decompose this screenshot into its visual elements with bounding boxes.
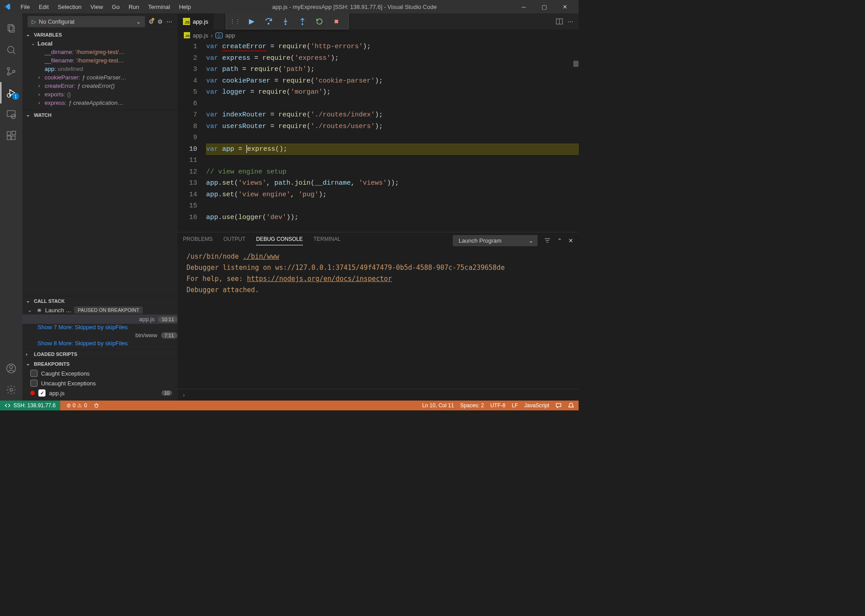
code-line[interactable]: // view engine setup [206,166,579,178]
panel-tab-debug-console[interactable]: DEBUG CONSOLE [256,236,303,245]
panel-tab-output[interactable]: OUTPUT [223,236,245,245]
variable-row[interactable]: app: undefined [22,65,178,73]
variable-row[interactable]: ›exports: {} [22,90,178,99]
more-actions-icon[interactable]: ⋯ [567,18,573,25]
continue-button[interactable]: ▶ [243,15,260,28]
source-control-icon[interactable] [0,61,22,82]
stop-button[interactable]: ■ [328,15,345,28]
maximize-panel-icon[interactable]: ⌃ [557,237,562,244]
callstack-skipped[interactable]: Show 7 More: Skipped by skipFiles [22,324,178,331]
line-number[interactable]: ▷10 [178,144,197,155]
line-number[interactable]: 2 [178,53,197,64]
variable-row[interactable]: ›cookieParser: ƒ cookieParser… [22,73,178,82]
callstack-thread[interactable]: ⌄ ⛯ Launch … Paused on breakpoint [22,306,178,314]
status-cursor-position[interactable]: Ln 10, Col 11 [422,402,454,409]
extensions-icon[interactable] [0,125,22,146]
code-line[interactable]: var path = require('path'); [206,64,579,75]
step-over-button[interactable] [260,15,277,28]
menu-terminal[interactable]: Terminal [144,1,174,13]
close-panel-icon[interactable]: ✕ [568,237,573,244]
menu-run[interactable]: Run [124,1,144,13]
status-debug-indicator[interactable] [93,402,99,409]
watch-section-header[interactable]: ⌄ Watch [22,110,178,120]
panel-tab-problems[interactable]: PROBLEMS [183,236,213,245]
search-icon[interactable] [0,39,22,61]
debug-console-output[interactable]: /usr/bin/node ./bin/wwwDebugger listenin… [178,248,579,389]
status-indentation[interactable]: Spaces: 2 [460,402,484,409]
accounts-icon[interactable] [0,358,22,379]
line-number[interactable]: 5 [178,87,197,98]
debug-console-input-chevron[interactable]: › [178,389,579,401]
step-out-button[interactable] [294,15,311,28]
status-encoding[interactable]: UTF-8 [490,402,505,409]
split-editor-icon[interactable] [556,18,563,25]
gear-icon[interactable]: ⚙ [149,18,154,25]
code-line[interactable]: var usersRouter = require('./routes/user… [206,121,579,132]
code-line[interactable] [206,98,579,110]
callstack-skipped[interactable]: Show 8 More: Skipped by skipFiles [22,340,178,347]
editor-breadcrumb[interactable]: JS app.js › ◇ app [178,29,579,41]
line-number[interactable]: 6 [178,98,197,110]
debug-session-dropdown[interactable]: Launch Program [453,235,538,246]
variable-row[interactable]: __filename: '/home/greg-test… [22,56,178,65]
maximize-button[interactable]: ▢ [534,0,555,13]
line-number[interactable]: 12 [178,166,197,178]
code-line[interactable] [206,155,579,166]
line-number[interactable]: 3 [178,64,197,75]
code-line[interactable] [206,132,579,144]
code-line[interactable]: var logger = require('morgan'); [206,87,579,98]
breakpoint-file[interactable]: ✓ app.js 10 [22,388,178,398]
code-line[interactable]: var createError = require('http-errors')… [206,41,579,53]
variable-row[interactable]: __dirname: '/home/greg-test/… [22,48,178,56]
code-line[interactable]: var cookieParser = require('cookie-parse… [206,75,579,87]
line-number[interactable]: 8 [178,121,197,132]
panel-tab-terminal[interactable]: TERMINAL [314,236,341,245]
status-notifications-icon[interactable] [568,402,574,409]
remote-explorer-icon[interactable] [0,103,22,125]
drag-handle-icon[interactable]: ⋮⋮ [230,18,240,25]
code-editor[interactable]: 123456789▷10111213141516 var createError… [178,41,579,232]
status-feedback-icon[interactable] [555,402,562,409]
filter-icon[interactable] [544,237,551,244]
scope-local[interactable]: ⌄ Local [22,39,178,48]
variable-row[interactable]: ›createError: ƒ createError() [22,82,178,90]
more-icon[interactable]: ⋯ [166,18,172,25]
checkbox-unchecked[interactable] [30,370,37,377]
line-number[interactable]: 1 [178,41,197,53]
breadcrumb-symbol[interactable]: app [225,32,235,39]
checkbox-unchecked[interactable] [30,380,37,387]
console-link[interactable]: ./bin/www [243,252,279,260]
restart-button[interactable] [311,15,328,28]
callstack-section-header[interactable]: ⌄ Call Stack [22,296,178,306]
run-debug-icon[interactable]: 1 [0,82,22,103]
line-number[interactable]: 16 [178,212,197,223]
breadcrumb-file[interactable]: app.js [193,32,208,39]
menu-selection[interactable]: Selection [53,1,86,13]
minimap-thumb[interactable] [573,61,579,67]
loaded-scripts-header[interactable]: › Loaded Scripts [22,350,178,359]
minimap[interactable] [573,41,579,232]
line-number[interactable]: 9 [178,132,197,144]
callstack-frame[interactable]: app.js10:11 [22,314,178,324]
variables-section-header[interactable]: ⌄ Variables [22,30,178,39]
status-eol[interactable]: LF [512,402,518,409]
menu-view[interactable]: View [86,1,108,13]
explorer-icon[interactable] [0,18,22,39]
checkbox-checked[interactable]: ✓ [38,389,46,397]
code-line[interactable]: var express = require('express'); [206,53,579,64]
editor-tab-appjs[interactable]: JS app.js [178,13,214,29]
menu-go[interactable]: Go [108,1,124,13]
line-number[interactable]: 7 [178,109,197,121]
minimize-button[interactable]: ─ [513,0,534,13]
settings-gear-icon[interactable] [0,379,22,401]
code-line[interactable]: var app = express(); [206,144,579,155]
breakpoints-header[interactable]: ⌄ Breakpoints [22,359,178,368]
code-line[interactable]: app.set('views', path.join(__dirname, 'v… [206,178,579,189]
menu-file[interactable]: File [16,1,34,13]
line-number[interactable]: 15 [178,200,197,212]
line-number[interactable]: 13 [178,178,197,189]
code-line[interactable] [206,200,579,212]
line-number[interactable]: 4 [178,75,197,87]
close-button[interactable]: ✕ [555,0,575,13]
step-into-button[interactable] [277,15,294,28]
